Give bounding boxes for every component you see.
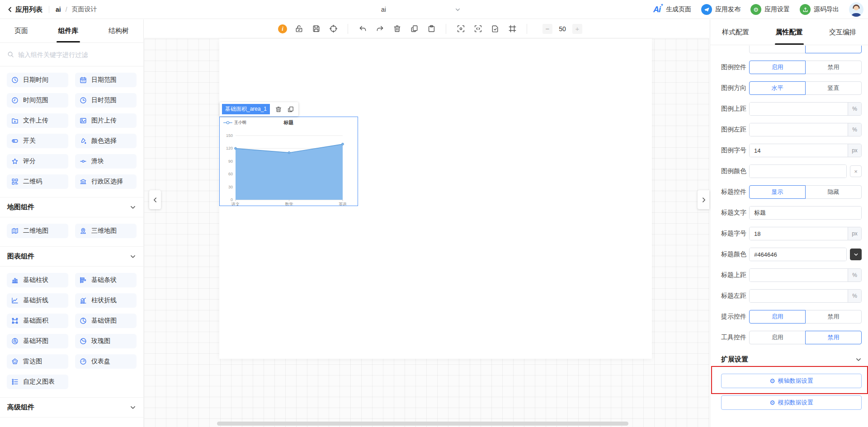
component-name-field[interactable]: 基础面积_area_1 <box>222 104 270 114</box>
tooltip-enable-option-1[interactable]: 禁用 <box>805 310 862 324</box>
component-item-area-chart[interactable]: 基础面积 <box>7 314 68 328</box>
target-button[interactable] <box>328 23 339 34</box>
redo-button[interactable] <box>374 23 385 34</box>
component-item-map-2d[interactable]: 二维地图 <box>7 224 68 238</box>
sidebar-tab-structure-tree[interactable]: 结构树 <box>108 19 129 42</box>
zoom-in-button[interactable]: + <box>572 24 582 34</box>
title-color-dropdown-button[interactable] <box>850 249 862 260</box>
legend-enable-option-0[interactable]: 启用 <box>749 61 806 74</box>
component-item-bar-chart[interactable]: 基础柱状 <box>7 273 68 287</box>
panel-tab-interaction-config[interactable]: 交互编排 <box>829 19 856 45</box>
component-item-calendar-range[interactable]: 日期范围 <box>75 73 137 87</box>
info-icon[interactable]: i <box>278 24 287 33</box>
app-settings-button[interactable]: ⚙应用设置 <box>750 4 790 15</box>
title-color-input[interactable] <box>750 248 846 261</box>
svg-text:90: 90 <box>228 159 233 164</box>
panel-tabs: 样式配置属性配置交互编排 <box>710 19 868 45</box>
component-item-gauge[interactable]: 仪表盘 <box>75 354 137 369</box>
horizontal-scrollbar[interactable] <box>217 422 628 426</box>
avatar[interactable] <box>849 2 863 17</box>
generate-page-button[interactable]: Ai✦生成页面 <box>653 5 691 14</box>
selected-area-chart-component[interactable]: 王小明 标题 0306090120150语文数学英语 <box>219 117 358 206</box>
title-font-size-input[interactable] <box>750 227 848 240</box>
component-item-qrcode[interactable]: 二维码 <box>7 174 68 189</box>
export-source-button[interactable]: 源码导出 <box>800 4 839 15</box>
title-top-unit: % <box>848 269 861 282</box>
legend-font-size-input[interactable] <box>750 144 848 157</box>
title-enable-option-1[interactable]: 隐藏 <box>805 185 862 199</box>
map-3d-icon <box>80 227 87 235</box>
region-select-icon <box>80 178 87 185</box>
legend-color-input[interactable] <box>750 165 846 178</box>
trash-button[interactable] <box>392 23 402 34</box>
component-item-image-upload[interactable]: 图片上传 <box>75 113 137 128</box>
tooltip-enable-option-0[interactable]: 启用 <box>749 310 806 324</box>
clipped-toggle-option[interactable] <box>805 46 862 53</box>
section-header-1[interactable]: 图表组件 <box>0 246 143 267</box>
component-item-line-chart[interactable]: 基础折线 <box>7 293 68 308</box>
clipped-toggle-option[interactable] <box>749 46 806 53</box>
barline-chart-icon <box>80 297 87 304</box>
breadcrumb-app-name[interactable]: ai <box>56 6 61 13</box>
component-item-folder-upload[interactable]: 文件上传 <box>7 113 68 128</box>
component-item-pie-chart[interactable]: 基础饼图 <box>75 314 137 328</box>
sidebar-tab-components[interactable]: 组件库 <box>58 19 79 42</box>
component-item-color-select[interactable]: 颜色选择 <box>75 134 137 148</box>
component-item-radar-chart[interactable]: 雷达图 <box>7 354 68 369</box>
component-item-region-select[interactable]: 行政区选择 <box>75 174 137 189</box>
xaxis-data-settings-button[interactable]: ⚙横轴数据设置 <box>721 374 862 388</box>
section-header-0[interactable]: 地图组件 <box>0 197 143 217</box>
component-item-barline-chart[interactable]: 柱状折线 <box>75 293 137 308</box>
sidebar-tab-pages[interactable]: 页面 <box>14 19 28 42</box>
legend-direction-option-0[interactable]: 水平 <box>749 81 806 95</box>
toolbox-enable-option-1[interactable]: 禁用 <box>805 331 862 344</box>
copy-component-button[interactable] <box>287 106 294 113</box>
save-button[interactable] <box>311 23 321 34</box>
back-to-app-list[interactable]: 应用列表 <box>7 5 42 14</box>
copy-button[interactable] <box>409 23 420 34</box>
component-item-day-time[interactable]: 日时范围 <box>75 93 137 108</box>
search-input[interactable] <box>18 51 136 58</box>
component-item-rose-chart[interactable]: 玫瑰图 <box>75 334 137 348</box>
zoom-out-button[interactable]: − <box>542 24 552 34</box>
component-item-switch[interactable]: 开关 <box>7 134 68 148</box>
mock-data-settings-button[interactable]: ⚙模拟数据设置 <box>721 395 862 410</box>
panel-row-title-color: 标题颜色 <box>721 248 862 261</box>
component-item-hbar-chart[interactable]: 基础条状 <box>75 273 137 287</box>
doc-check-button[interactable] <box>490 23 500 34</box>
title-enable-option-0[interactable]: 显示 <box>749 185 806 199</box>
scan-code-button[interactable] <box>472 23 483 34</box>
section-expand-settings[interactable]: 扩展设置 <box>721 355 862 364</box>
legend-enable-option-1[interactable]: 禁用 <box>805 61 862 74</box>
paste-button[interactable] <box>426 23 437 34</box>
component-item-donut-chart[interactable]: 基础环图 <box>7 334 68 348</box>
undo-button[interactable] <box>357 23 368 34</box>
component-item-map-3d[interactable]: 三维地图 <box>75 224 137 238</box>
panel-tab-style-config[interactable]: 样式配置 <box>722 19 749 45</box>
page-selector[interactable]: ai <box>381 0 461 19</box>
legend-color-clear-button[interactable]: × <box>850 165 862 177</box>
section-header-2[interactable]: 高级组件 <box>0 397 143 418</box>
frame-button[interactable] <box>507 23 518 34</box>
panel-row-toolbox-enable: 工具控件启用禁用 <box>721 331 862 344</box>
field-label-title-left: 标题左距 <box>721 292 749 300</box>
component-item-slider[interactable]: 滑块 <box>75 154 137 169</box>
title-top-input[interactable] <box>750 269 848 282</box>
panel-tab-property-config[interactable]: 属性配置 <box>776 19 803 45</box>
publish-app-button[interactable]: 应用发布 <box>701 4 741 15</box>
title-left-input[interactable] <box>750 290 848 302</box>
delete-component-button[interactable] <box>275 106 282 113</box>
component-item-time-range[interactable]: 时间范围 <box>7 93 68 108</box>
unlock-button[interactable] <box>293 23 304 34</box>
collapse-right-panel-button[interactable] <box>698 190 709 209</box>
scan-preview-button[interactable] <box>455 23 466 34</box>
legend-left-input[interactable] <box>750 123 848 136</box>
component-item-star[interactable]: 评分 <box>7 154 68 169</box>
legend-top-input[interactable] <box>750 103 848 115</box>
collapse-left-sidebar-button[interactable] <box>149 190 161 209</box>
title-text-input[interactable] <box>750 206 861 219</box>
legend-direction-option-1[interactable]: 竖直 <box>805 81 862 95</box>
component-item-clock[interactable]: 日期时间 <box>7 73 68 87</box>
component-item-custom-chart[interactable]: 自定义图表 <box>7 375 68 389</box>
toolbox-enable-option-0[interactable]: 启用 <box>749 331 806 344</box>
